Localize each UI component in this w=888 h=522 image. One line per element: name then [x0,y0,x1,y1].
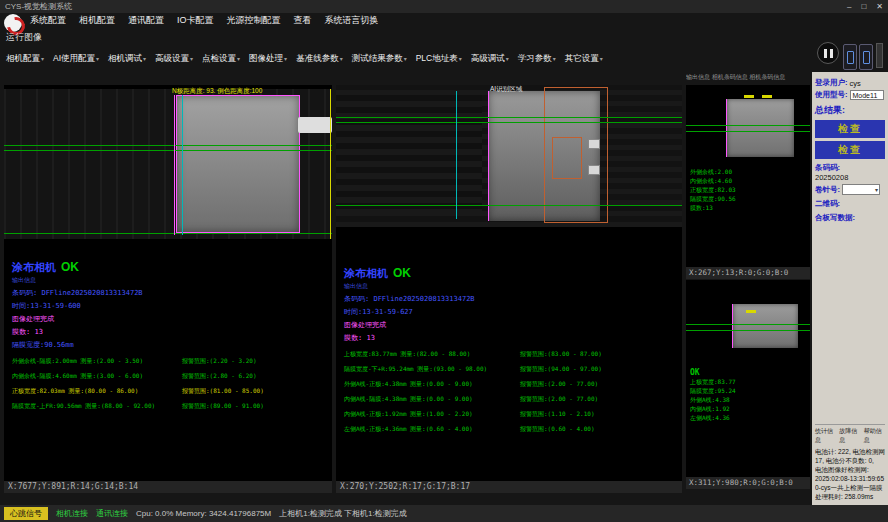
alarm-text: 报警范围:(2.80 - 6.20) [182,372,257,381]
connector-part [298,117,332,133]
stats-line: 2025:02:08-13:31:59:65 [815,474,885,483]
mini-scrollbar[interactable] [876,43,883,68]
camera-image-2[interactable]: AI识别区域 涂布相机OK 输出信息 条码码: DFFline202502081… [336,85,682,481]
measure-text: 外侧A线-正极:4.38mm 测量:(0.00 - 9.00) [344,380,473,387]
result-block: 涂布相机OK 输出信息 条码码: DFFline2025020813313472… [12,257,332,417]
app-title: CYS-视觉检测系统 [5,1,72,12]
stats-line: 处理耗时: 258.09ms [815,492,885,501]
menu-item-light-config[interactable]: 光源控制配置 [227,14,281,27]
extra-measure-text: 隔膜宽度:90.56mm [12,340,332,350]
tab-camera-debug[interactable]: 相机调试▾ [108,53,146,65]
needle-select[interactable]: ▾ [842,184,880,195]
minimize-button[interactable]: – [847,2,851,11]
menu-item-camera-config[interactable]: 相机配置 [79,14,115,27]
device-tool-button[interactable] [859,44,873,70]
total-result-label: 总结果: [815,104,885,117]
app-logo-icon [4,14,22,32]
tab-advanced-settings[interactable]: 高级设置▾ [155,53,193,65]
feature-blob [588,139,600,149]
time-text: 时间:13-31-59-627 [344,307,664,317]
chevron-down-icon: ▾ [340,56,343,62]
annotation-text: N极距离度: 93. 倒色距离度:100 [172,87,262,96]
measure-row: 内侧A线-隔膜:4.38mm 测量:(0.00 - 9.00)报警范围:(2.0… [344,395,664,410]
model-select[interactable]: Mode11 [850,90,884,100]
maximize-button[interactable]: □ [861,2,866,11]
board-write-label: 合板写数据: [815,213,885,223]
chevron-down-icon: ▾ [553,56,556,62]
alarm-text: 报警范围:(2.00 - 77.00) [520,395,598,404]
film-count-text: 膜数: 13 [344,333,664,343]
measure-line [182,95,183,235]
chevron-down-icon: ▾ [875,186,878,193]
camera-view-2[interactable]: AI识别区域 涂布相机OK 输出信息 条码码: DFFline202502081… [336,85,682,493]
pause-button[interactable] [817,42,839,64]
barcode-text: 条码码: DFFline2025020813313472B [344,294,664,304]
camera-view-1[interactable]: N极距离度: 93. 倒色距离度:100 涂布相机OK 输出信息 条码码: DF… [4,85,332,493]
measure-line [686,131,810,132]
result-ok-badge: OK [61,260,79,274]
roi-line [488,91,489,221]
measure-text: 内侧余线-隔膜:4.60mm 测量:(3.00 - 6.00) [12,372,143,379]
tab-image-processing[interactable]: 图像处理▾ [249,53,287,65]
measure-text: 隔膜宽度-上FR:90.56mm 测量:(88.00 - 92.00) [12,402,155,409]
window-controls: – □ ✕ [847,2,883,11]
info-panel: 登录用户: cys 使用型号: Mode11 总结果: 检查 检查 条码码: 2… [812,72,888,505]
close-button[interactable]: ✕ [876,2,883,11]
small-camera-view-2[interactable]: OK 上极宽度:83.77 隔膜宽度:95.24 外侧A线:4.38 内侧A线:… [686,280,810,477]
small-line: 正极宽度:82.03 [690,185,736,194]
stats-tab[interactable]: 帮助信息 [864,427,885,445]
run-image-label: 运行图像 [6,31,42,44]
chevron-down-icon: ▾ [404,56,407,62]
tab-plc-address[interactable]: PLC地址表▾ [416,53,462,65]
measurement-list: 上极宽度:83.77mm 测量:(82.00 - 88.00)报警范围:(83.… [344,350,664,440]
measure-row: 外侧余线-隔膜:2.00mm 测量:(2.00 - 3.50)报警范围:(2.2… [12,357,332,372]
menu-item-system-config[interactable]: 系统配置 [30,14,66,27]
menu-item-language[interactable]: 系统语言切换 [325,14,379,27]
stats-tab[interactable]: 统计信息 [815,427,836,445]
small-line: 左侧A线:4.36 [690,413,736,422]
scan-tool-button[interactable] [843,44,857,70]
camera-image-1[interactable]: N极距离度: 93. 倒色距离度:100 涂布相机OK 输出信息 条码码: DF… [4,85,332,481]
tab-advanced-debug[interactable]: 高级调试▾ [471,53,509,65]
measure-text: 内侧A线-隔膜:4.38mm 测量:(0.00 - 9.00) [344,395,473,402]
small-measure-text: 外侧余线:2.00 内侧余线:4.60 正极宽度:82.03 隔膜宽度:90.5… [690,167,736,212]
measure-text: 隔膜宽度-下+R:95.24mm 测量:(93.00 - 98.00) [344,365,487,372]
tab-other-settings[interactable]: 其它设置▾ [565,53,603,65]
pixel-coord-strip: X:311;Y:980;R:0;G:0;B:0 [686,477,810,489]
stats-tab[interactable]: 故障信息 [839,427,860,445]
measure-line [686,324,810,325]
result-block: 涂布相机OK 输出信息 条码码: DFFline2025020813313472… [344,263,664,440]
result-status-box: 检查 [815,141,885,159]
tab-learning-params[interactable]: 学习参数▾ [518,53,556,65]
menu-item-view[interactable]: 查看 [294,14,312,27]
measurement-list: 外侧余线-隔膜:2.00mm 测量:(2.00 - 3.50)报警范围:(2.2… [12,357,332,417]
tab-bar: 相机配置▾ AI使用配置▾ 相机调试▾ 高级设置▾ 点检设置▾ 图像处理▾ 基准… [6,52,603,66]
measure-row: 正极宽度:82.03mm 测量:(80.00 - 86.00)报警范围:(81.… [12,387,332,402]
small-camera-view-1[interactable]: 外侧余线:2.00 内侧余线:4.60 正极宽度:82.03 隔膜宽度:90.5… [686,85,810,267]
tab-spot-check[interactable]: 点检设置▾ [202,53,240,65]
needle-label: 卷针号: [815,185,840,195]
barcode-text: 条码码: DFFline2025020813313472B [12,288,332,298]
tab-ai-config[interactable]: AI使用配置▾ [53,53,99,65]
measure-line [686,125,810,126]
tab-baseline-params[interactable]: 基准线参数▾ [296,53,343,65]
small-views-header: 输出信息 相机条码信息 相机条码信息 [686,73,810,85]
menu-bar: 系统配置 相机配置 通讯配置 IO卡配置 光源控制配置 查看 系统语言切换 [30,13,379,27]
stats-line: 0-cys一共上检测一隔膜 [815,483,885,492]
marker-tick [762,95,772,98]
machine-structure [336,93,482,215]
chevron-down-icon: ▾ [96,56,99,62]
menu-item-io-config[interactable]: IO卡配置 [177,14,214,27]
menu-item-comm-config[interactable]: 通讯配置 [128,14,164,27]
tab-camera-config[interactable]: 相机配置▾ [6,53,44,65]
result-title: 涂布相机 [344,267,388,279]
status-bar: 心跳信号 相机连接 通讯连接 Cpu: 0.0% Memory: 3424.41… [0,505,888,522]
small-ok-badge: OK [690,368,736,377]
measure-line [336,122,682,123]
measure-row: 外侧A线-正极:4.38mm 测量:(0.00 - 9.00)报警范围:(2.0… [344,380,664,395]
measure-text: 左侧A线-正极:4.36mm 测量:(0.60 - 4.00) [344,425,473,432]
ai-region-label: AI识别区域 [490,85,522,94]
tab-test-result-params[interactable]: 测试结果参数▾ [352,53,407,65]
pixel-coord-strip: X:270;Y:2502;R:17;G:17;B:17 [336,481,682,493]
chevron-down-icon: ▾ [506,56,509,62]
